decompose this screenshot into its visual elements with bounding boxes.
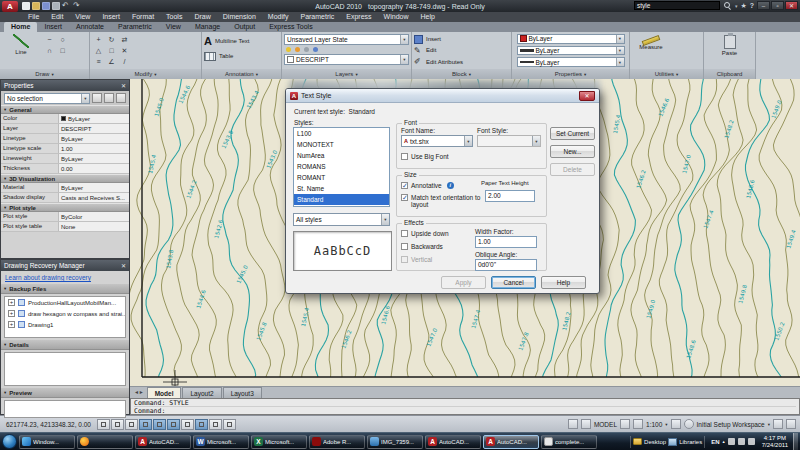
statusbar-toggle-lwt[interactable] <box>209 419 222 430</box>
help-icon[interactable]: ? <box>750 2 754 9</box>
toggle-pickadd-icon[interactable] <box>92 93 102 103</box>
details-header[interactable]: ▾Details <box>1 340 129 350</box>
style-item-l100[interactable]: L100 <box>294 128 389 139</box>
statusbar-toggle-polar[interactable] <box>139 419 152 430</box>
model-space-icon[interactable] <box>568 419 578 429</box>
statusbar-toggle-otrack[interactable] <box>167 419 180 430</box>
ribbon-tab-home[interactable]: Home <box>4 22 37 32</box>
menu-express[interactable]: Express <box>340 12 377 22</box>
mirror-icon[interactable]: ⇄ <box>118 34 131 45</box>
favorites-icon[interactable]: ★ <box>740 2 746 10</box>
styles-listbox[interactable]: L100MONOTEXTNumAreaROMANSROMANTSt. NameS… <box>293 127 390 207</box>
menu-parametric[interactable]: Parametric <box>294 12 340 22</box>
properties-section-general[interactable]: ▾General <box>1 105 129 114</box>
multiline-text-button[interactable]: A Multiline Text <box>204 34 279 48</box>
taskbar-button-img-7359[interactable]: IMG_7359... <box>367 435 423 449</box>
taskbar-button-window[interactable]: Window... <box>19 435 75 449</box>
layout-tab-layout2[interactable]: Layout2 <box>182 387 221 398</box>
oblique-angle-input[interactable]: 0d0'0" <box>475 259 537 271</box>
ribbon-panel-annotation-label[interactable]: Annotation▾ <box>202 69 281 79</box>
model-label[interactable]: MODEL <box>594 421 617 428</box>
cancel-button[interactable]: Cancel <box>491 276 536 289</box>
quick-select-icon[interactable] <box>116 93 126 103</box>
volume-icon[interactable] <box>748 438 755 445</box>
menu-modify[interactable]: Modify <box>262 12 295 22</box>
command-window[interactable]: Command: STYLE Command: <box>130 398 800 415</box>
workspace-gear-icon[interactable] <box>684 419 694 429</box>
plot-icon[interactable] <box>52 2 60 10</box>
backwards-checkbox[interactable]: Backwards <box>401 243 443 250</box>
ribbon-tab-view[interactable]: View <box>159 22 188 32</box>
annotative-checkbox[interactable]: Annotative i <box>401 182 454 189</box>
taskbar-button-autocad[interactable]: AAutoCAD... <box>425 435 481 449</box>
annotation-visibility-icon[interactable] <box>671 419 681 429</box>
style-item-monotext[interactable]: MONOTEXT <box>294 139 389 150</box>
erase-icon[interactable]: ✕ <box>118 45 131 56</box>
edit-attributes-button[interactable]: ✐Edit Attributes <box>414 57 463 67</box>
layer-freeze-icon[interactable] <box>295 47 300 52</box>
property-row-material[interactable]: MaterialByLayer <box>1 183 129 193</box>
taskbar-button-complete[interactable]: complete... <box>541 435 597 449</box>
new-file-icon[interactable] <box>22 2 30 10</box>
close-icon[interactable]: ✕ <box>579 91 595 101</box>
upside-down-checkbox[interactable]: Upside down <box>401 230 449 237</box>
style-item-standard[interactable]: Standard <box>294 194 389 205</box>
ribbon-tab-annotate[interactable]: Annotate <box>69 22 111 32</box>
menu-view[interactable]: View <box>69 12 96 22</box>
select-objects-icon[interactable] <box>104 93 114 103</box>
annotation-scale[interactable]: 1:100 <box>646 421 662 428</box>
vertical-checkbox[interactable]: Vertical <box>401 256 432 263</box>
menu-edit[interactable]: Edit <box>45 12 69 22</box>
redo-icon[interactable]: ↷ <box>73 2 82 10</box>
command-input[interactable]: Command: <box>134 407 796 415</box>
property-row-plot-style[interactable]: Plot styleByColor <box>1 212 129 222</box>
edit-block-button[interactable]: ✎Edit <box>414 45 463 55</box>
property-row-layer[interactable]: LayerDESCRIPT <box>1 124 129 134</box>
infocenter-search-input[interactable]: style <box>634 1 720 10</box>
selection-dropdown[interactable]: No selection▾ <box>4 93 90 104</box>
linetype-dropdown[interactable]: ByLayer▾ <box>517 57 625 67</box>
property-row-lineweight[interactable]: LineweightByLayer <box>1 154 129 164</box>
menu-file[interactable]: File <box>22 12 45 22</box>
font-name-dropdown[interactable]: A txt.shx▾ <box>401 135 473 147</box>
set-current-button[interactable]: Set Current <box>550 127 595 140</box>
style-item-numarea[interactable]: NumArea <box>294 150 389 161</box>
save-icon[interactable] <box>42 2 50 10</box>
circle-icon[interactable]: ○ <box>56 34 69 45</box>
close-icon[interactable]: ✕ <box>785 1 798 10</box>
ribbon-tab-insert[interactable]: Insert <box>37 22 69 32</box>
ribbon-tab-parametric[interactable]: Parametric <box>111 22 159 32</box>
action-center-icon[interactable] <box>728 438 735 445</box>
layer-plot-icon[interactable] <box>313 47 318 52</box>
application-menu-button[interactable]: A <box>2 1 18 12</box>
stretch-icon[interactable]: □ <box>105 45 118 56</box>
paste-button[interactable]: Paste <box>711 34 749 67</box>
font-style-dropdown[interactable]: ▾ <box>477 135 541 147</box>
language-indicator[interactable]: EN <box>711 439 719 445</box>
ribbon-tab-output[interactable]: Output <box>227 22 262 32</box>
network-icon[interactable] <box>738 438 745 445</box>
taskbar-button-microsoft[interactable]: WMicrosoft... <box>193 435 249 449</box>
backup-file-drawing1[interactable]: +Drawing1 <box>5 319 125 330</box>
line-button[interactable]: Line <box>2 34 40 67</box>
statusbar-toggle-osnap[interactable] <box>153 419 166 430</box>
properties-section-3d-visualization[interactable]: ▾3D Visualization <box>1 174 129 183</box>
statusbar-toggle-grid[interactable] <box>111 419 124 430</box>
layout-tab-layout3[interactable]: Layout3 <box>223 387 262 398</box>
desktop-toolbar[interactable]: Desktop <box>633 438 666 445</box>
polyline-icon[interactable]: ~ <box>43 34 56 45</box>
quick-view-drawings-icon[interactable] <box>633 419 643 429</box>
match-orientation-checkbox[interactable]: Match text orientation to layout <box>401 194 483 208</box>
dialog-titlebar[interactable]: A Text Style ✕ <box>286 89 599 103</box>
style-item-romans[interactable]: ROMANS <box>294 161 389 172</box>
clock[interactable]: 4:17 PM 7/24/2011 <box>759 435 791 449</box>
cleanscreen-icon[interactable] <box>786 419 796 429</box>
ribbon-panel-layers-label[interactable]: Layers▾ <box>282 69 411 79</box>
backup-files-header[interactable]: ▾Backup Files <box>1 284 129 294</box>
layer-lock-icon[interactable] <box>304 47 309 52</box>
rectangle-icon[interactable]: □ <box>56 45 69 56</box>
statusbar-toggle-qp[interactable] <box>223 419 236 430</box>
measure-button[interactable]: Measure <box>632 34 670 67</box>
ribbon-tab-express-tools[interactable]: Express Tools <box>262 22 319 32</box>
new-button[interactable]: New... <box>550 145 595 158</box>
